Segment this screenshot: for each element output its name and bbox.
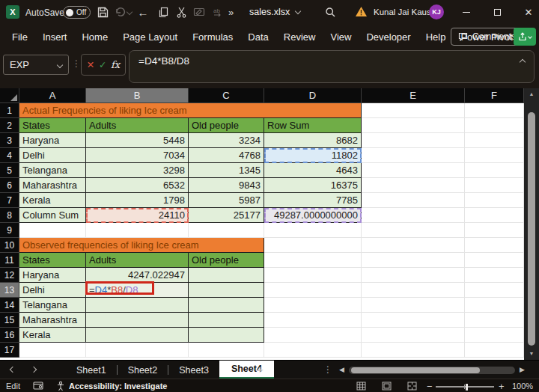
cell-C5[interactable]: 1345 [189,163,264,178]
cut-button[interactable] [173,4,189,20]
document-title[interactable]: sales.xlsx [249,7,290,17]
cell-C8[interactable]: 25177 [189,208,264,223]
horizontal-scroll-thumb[interactable] [351,367,480,373]
vertical-scrollbar[interactable]: ▲ ▼ [524,88,539,360]
cell-F2[interactable] [465,118,524,133]
cell-E14[interactable] [362,298,465,313]
cell-A17[interactable] [19,343,86,358]
back-arrow-icon[interactable]: ← [135,4,151,20]
maximize-button[interactable] [487,0,508,25]
cell-E16[interactable] [362,328,465,343]
zoom-out-button[interactable]: − [427,381,433,392]
cell-F9[interactable] [465,223,524,238]
avatar[interactable]: KJ [429,4,444,19]
cell-E5[interactable] [362,163,465,178]
sheet-tab-sheet1[interactable]: Sheet1 [66,361,117,379]
cell-F17[interactable] [465,343,524,358]
column-header-B[interactable]: B [86,88,189,103]
cell-D4[interactable]: 11802 [264,148,362,163]
cell-D12[interactable] [264,268,362,283]
cell-D3[interactable]: 8682 [264,133,362,148]
ribbon-tab-review[interactable]: Review [276,31,323,43]
macro-record-button[interactable] [33,381,43,391]
row-header-8[interactable]: 8 [0,208,19,223]
cell-A7[interactable]: Kerala [19,193,86,208]
cell-B16[interactable] [86,328,189,343]
vertical-scroll-thumb[interactable] [528,112,535,346]
ribbon-tab-home[interactable]: Home [74,31,115,43]
cell-D10[interactable] [264,238,362,253]
cell-A9[interactable] [19,223,86,238]
cell-F12[interactable] [465,268,524,283]
cell-B9[interactable] [86,223,189,238]
ribbon-tab-file[interactable]: File [4,31,35,43]
cell-B13[interactable]: =D4*B8/D8 [86,283,189,298]
add-sheet-button[interactable]: + [257,363,264,376]
zoom-slider-thumb[interactable] [466,384,468,391]
cell-A4[interactable]: Delhi [19,148,86,163]
scroll-down-arrow[interactable]: ▼ [524,349,539,359]
cell-C13[interactable] [189,283,264,298]
expand-formula-bar-chevron[interactable] [520,59,526,65]
cell-E4[interactable] [362,148,465,163]
cell-B8[interactable]: 24110 [86,208,189,223]
autosave-toggle[interactable]: Off [63,6,91,19]
cancel-button[interactable]: ✕ [87,59,94,70]
cell-E6[interactable] [362,178,465,193]
share-button[interactable] [514,28,536,46]
format-painter-button[interactable] [191,4,207,20]
ribbon-tab-formulas[interactable]: Formulas [185,31,240,43]
column-header-E[interactable]: E [362,88,465,103]
cell-E17[interactable] [362,343,465,358]
cell-C11[interactable]: Old people [189,253,264,268]
cell-B15[interactable] [86,313,189,328]
cell-B11[interactable]: Adults [86,253,189,268]
close-button[interactable]: ✕ [518,0,539,25]
row-header-11[interactable]: 11 [0,253,19,268]
cell-E8[interactable] [362,208,465,223]
page-layout-view-button[interactable] [382,382,392,391]
save-button[interactable] [94,4,111,20]
cell-B6[interactable]: 6532 [86,178,189,193]
cell-A3[interactable]: Haryana [19,133,86,148]
cell-E12[interactable] [362,268,465,283]
insert-function-button[interactable]: fx [111,59,120,70]
cell-F15[interactable] [465,313,524,328]
column-header-D[interactable]: D [264,88,362,103]
row-header-3[interactable]: 3 [0,133,19,148]
prev-sheet-arrow[interactable] [10,367,16,373]
row-header-1[interactable]: 1 [0,103,19,118]
cell-A12[interactable]: Haryana [19,268,86,283]
cell-E2[interactable] [362,118,465,133]
cell-F4[interactable] [465,148,524,163]
cell-F10[interactable] [465,238,524,253]
row-header-5[interactable]: 5 [0,163,19,178]
cell-A10[interactable]: Observed frequencies of liking Ice cream [19,238,264,253]
cell-A16[interactable]: Kerala [19,328,86,343]
cell-A11[interactable]: States [19,253,86,268]
cell-E10[interactable] [362,238,465,253]
cell-C14[interactable] [189,298,264,313]
find-replace-button[interactable]: ab [210,4,226,20]
cell-B5[interactable]: 3298 [86,163,189,178]
cell-C17[interactable] [189,343,264,358]
row-header-13[interactable]: 13 [0,283,19,298]
cell-C16[interactable] [189,328,264,343]
cell-D6[interactable]: 16375 [264,178,362,193]
cell-C3[interactable]: 3234 [189,133,264,148]
copy-button[interactable] [155,4,171,20]
cell-B17[interactable] [86,343,189,358]
ribbon-tab-data[interactable]: Data [240,31,275,43]
cell-D7[interactable]: 7785 [264,193,362,208]
cell-A5[interactable]: Telangana [19,163,86,178]
row-header-16[interactable]: 16 [0,328,19,343]
cell-B7[interactable]: 1798 [86,193,189,208]
more-commands-button[interactable]: » [228,7,234,18]
accessibility-status[interactable]: Accessibility: Investigate [69,382,167,391]
name-box-dropdown-chevron[interactable] [57,61,63,67]
cell-F8[interactable] [465,208,524,223]
cell-B12[interactable]: 4247.022947 [86,268,189,283]
cell-C6[interactable]: 9843 [189,178,264,193]
cell-A14[interactable]: Telangana [19,298,86,313]
zoom-in-button[interactable]: + [499,381,505,392]
